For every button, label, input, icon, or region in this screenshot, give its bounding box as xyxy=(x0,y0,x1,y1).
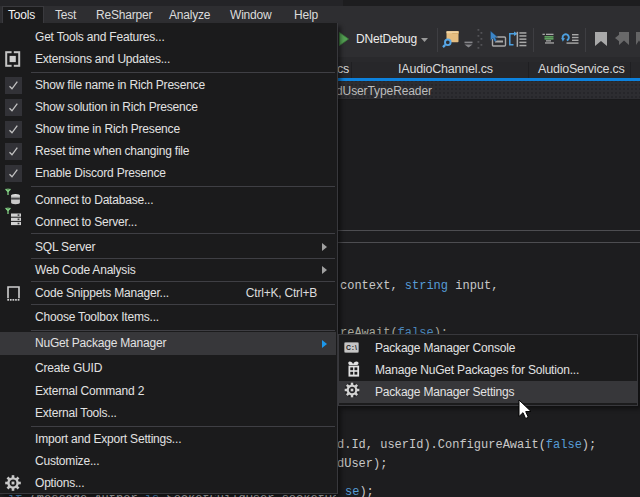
svg-text:C:\: C:\ xyxy=(346,344,357,351)
